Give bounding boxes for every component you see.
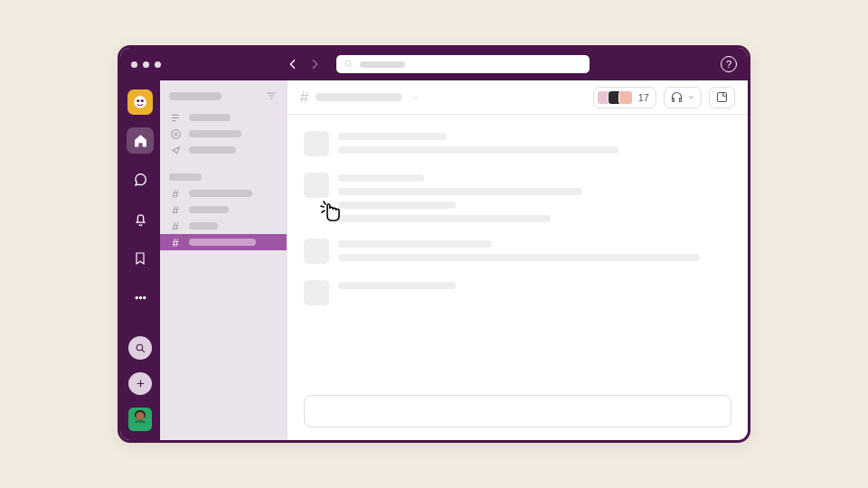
svg-rect-13 xyxy=(718,93,727,102)
message[interactable] xyxy=(304,131,731,156)
workspace-name xyxy=(169,92,222,100)
dms-button[interactable] xyxy=(127,166,154,193)
back-icon[interactable] xyxy=(286,57,300,71)
message-line xyxy=(338,202,456,209)
saved-button[interactable] xyxy=(127,245,154,272)
window-controls[interactable] xyxy=(131,61,161,68)
main-content: # 17 xyxy=(287,80,748,440)
svg-point-1 xyxy=(134,96,146,108)
help-button[interactable]: ? xyxy=(721,56,737,72)
search-input[interactable] xyxy=(336,55,590,73)
svg-point-12 xyxy=(174,132,176,135)
message-line xyxy=(338,188,582,195)
hash-icon: # xyxy=(300,89,308,107)
plus-icon xyxy=(135,378,146,389)
channel-item-selected[interactable]: # xyxy=(160,234,287,250)
sidebar-header[interactable] xyxy=(160,89,287,102)
message-line xyxy=(338,133,447,140)
headphones-icon xyxy=(670,90,684,104)
sidebar-label xyxy=(189,114,231,121)
home-icon xyxy=(133,133,148,148)
channel-name xyxy=(189,239,256,246)
hash-icon: # xyxy=(169,203,182,216)
bell-icon xyxy=(133,211,148,227)
huddle-button[interactable] xyxy=(664,87,702,108)
svg-point-0 xyxy=(345,61,351,66)
member-avatar xyxy=(618,90,633,105)
message-line xyxy=(338,240,492,248)
section-label xyxy=(169,174,202,181)
window-dot[interactable] xyxy=(131,61,137,68)
user-avatar[interactable] xyxy=(128,408,152,431)
message[interactable] xyxy=(304,239,731,264)
message-avatar[interactable] xyxy=(304,280,329,305)
workspace-rail xyxy=(120,80,160,440)
channel-name xyxy=(189,206,229,213)
message-composer[interactable] xyxy=(304,395,731,427)
sidebar-item[interactable] xyxy=(160,126,287,142)
more-icon xyxy=(133,290,148,305)
message-line xyxy=(338,215,551,222)
channel-name xyxy=(189,190,252,197)
forward-icon[interactable] xyxy=(307,57,322,71)
home-button[interactable] xyxy=(127,127,154,155)
app-window: ? xyxy=(118,45,750,443)
history-nav xyxy=(286,57,322,71)
mentions-icon xyxy=(170,128,182,140)
sidebar-item[interactable] xyxy=(160,109,287,126)
sidebar-item[interactable] xyxy=(160,142,287,158)
svg-point-6 xyxy=(143,296,145,298)
message[interactable] xyxy=(304,280,731,305)
search-placeholder xyxy=(360,61,405,68)
sidebar-label xyxy=(189,146,236,154)
sidebar-label xyxy=(189,130,241,137)
svg-rect-10 xyxy=(135,423,146,431)
message-avatar[interactable] xyxy=(304,239,329,264)
chat-icon xyxy=(133,172,148,187)
channel-item[interactable]: # xyxy=(160,218,287,234)
channel-item[interactable]: # xyxy=(160,185,287,202)
more-button[interactable] xyxy=(127,285,154,312)
channel-header: # 17 xyxy=(288,80,748,115)
titlebar: ? xyxy=(120,48,748,80)
compose-button[interactable] xyxy=(128,372,152,396)
canvas-icon xyxy=(715,90,729,104)
message-line xyxy=(338,146,618,154)
canvas-button[interactable] xyxy=(709,87,735,108)
chevron-down-icon[interactable] xyxy=(410,92,420,103)
message-avatar[interactable] xyxy=(304,173,329,198)
svg-point-11 xyxy=(171,129,180,138)
svg-point-5 xyxy=(139,296,141,298)
activity-button[interactable] xyxy=(127,206,154,233)
sidebar-section[interactable] xyxy=(160,169,287,185)
svg-point-7 xyxy=(137,344,143,351)
channel-title[interactable] xyxy=(316,93,402,101)
chevron-down-icon xyxy=(687,93,695,101)
window-dot[interactable] xyxy=(155,61,161,68)
svg-point-2 xyxy=(137,99,139,102)
channel-sidebar: # # # # xyxy=(160,80,287,440)
search-icon xyxy=(344,59,354,70)
message-avatar[interactable] xyxy=(304,131,329,156)
drafts-icon xyxy=(170,145,182,156)
threads-icon xyxy=(170,112,182,124)
message-list[interactable] xyxy=(288,115,748,395)
members-button[interactable]: 17 xyxy=(593,87,656,108)
svg-point-3 xyxy=(141,99,144,102)
window-dot[interactable] xyxy=(143,61,149,68)
channel-item[interactable]: # xyxy=(160,202,287,218)
search-button[interactable] xyxy=(128,336,152,360)
search-icon xyxy=(135,343,146,354)
filter-icon[interactable] xyxy=(265,89,278,102)
message[interactable] xyxy=(304,173,731,222)
bookmark-icon xyxy=(133,251,147,266)
member-count: 17 xyxy=(638,92,649,103)
workspace-switcher[interactable] xyxy=(127,89,153,115)
message-line xyxy=(338,174,424,182)
svg-point-4 xyxy=(136,296,137,298)
workspace-icon xyxy=(132,94,148,110)
message-line xyxy=(338,282,456,289)
hash-icon: # xyxy=(169,236,182,249)
hash-icon: # xyxy=(169,187,182,200)
channel-name xyxy=(189,222,218,230)
